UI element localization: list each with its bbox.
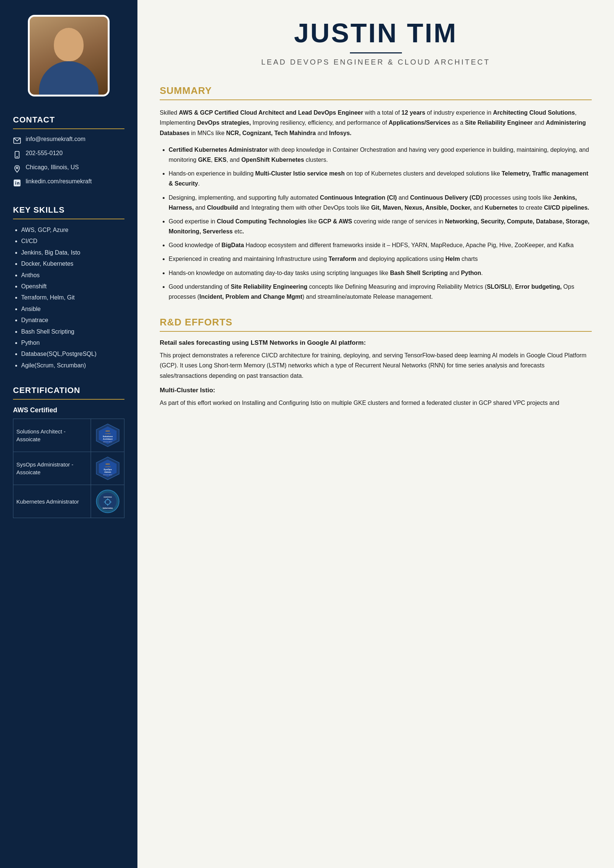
summary-section: SUMMARY Skilled AWS & GCP Certified Clou… bbox=[160, 85, 592, 302]
aws-sa-badge-icon: aws certified Solutions Architect ASSOCI… bbox=[95, 423, 120, 448]
cert-name-sysops: SysOps Administrator - Assoicate bbox=[13, 452, 91, 485]
email-icon bbox=[13, 136, 21, 145]
skill-item: AWS, GCP, Azure bbox=[21, 226, 124, 234]
certification-section: CERTIFICATION AWS Certified Solutions Ar… bbox=[0, 386, 137, 518]
skills-section: KEY SKILLS AWS, GCP, Azure CI/CD Jenkins… bbox=[0, 205, 137, 373]
bullet-7: Hands-on knowledge on automating day-to-… bbox=[169, 268, 592, 278]
svg-text:Solutions: Solutions bbox=[103, 435, 113, 437]
summary-bullets: Certified Kubernetes Administrator with … bbox=[160, 145, 592, 302]
skill-item: Jenkins, Big Data, Isto bbox=[21, 249, 124, 257]
skill-item: Bash Shell Scripting bbox=[21, 328, 124, 336]
cert-name-k8s: Kubernetes Administrator bbox=[13, 485, 91, 518]
bullet-3: Designing, implementing, and supporting … bbox=[169, 192, 592, 212]
linkedin-text: linkedin.com/resumekraft bbox=[26, 178, 92, 185]
svg-rect-4 bbox=[14, 180, 20, 186]
skill-item: Ansible bbox=[21, 305, 124, 313]
skill-item: Dynatrace bbox=[21, 316, 124, 324]
skills-title: KEY SKILLS bbox=[13, 205, 124, 219]
cert-subtitle: AWS Certified bbox=[13, 406, 124, 414]
svg-text:aws: aws bbox=[106, 463, 110, 465]
cert-row-sa: Solutions Architect - Assoicate aws cert… bbox=[13, 419, 124, 452]
contact-email: info@resumekraft.com bbox=[13, 136, 124, 145]
skill-item: Agile(Scrum, Scrumban) bbox=[21, 361, 124, 370]
cert-title: CERTIFICATION bbox=[13, 386, 124, 400]
rd-subtitle-1: Retail sales forecasting using LSTM Netw… bbox=[160, 339, 592, 347]
skill-item: Docker, Kubernetes bbox=[21, 260, 124, 268]
main-content: JUSTIN TIM LEAD DEVOPS ENGINEER & CLOUD … bbox=[137, 0, 614, 868]
svg-point-3 bbox=[16, 167, 18, 169]
skill-item: Terraform, Helm, Git bbox=[21, 293, 124, 302]
rd-section: R&D EFFORTS Retail sales forecasting usi… bbox=[160, 316, 592, 408]
summary-intro: Skilled AWS & GCP Certified Cloud Archit… bbox=[160, 108, 592, 138]
linkedin-icon bbox=[13, 179, 21, 187]
bullet-1: Certified Kubernetes Administrator with … bbox=[169, 145, 592, 165]
email-text: info@resumekraft.com bbox=[26, 136, 85, 143]
skill-item: Anthos bbox=[21, 271, 124, 279]
cert-name-sa: Solutions Architect - Assoicate bbox=[13, 419, 91, 452]
svg-text:ASSOCIATE: ASSOCIATE bbox=[103, 441, 112, 443]
cert-table: Solutions Architect - Assoicate aws cert… bbox=[13, 418, 124, 518]
contact-phone: 202-555-0120 bbox=[13, 150, 124, 159]
bullet-2: Hands-on experience in building Multi-Cl… bbox=[169, 169, 592, 189]
rd-subtitle-2: Multi-Cluster Istio: bbox=[160, 387, 592, 394]
bullet-8: Good understanding of Site Reliability E… bbox=[169, 282, 592, 302]
resume-header: JUSTIN TIM LEAD DEVOPS ENGINEER & CLOUD … bbox=[160, 19, 592, 81]
skill-item: Python bbox=[21, 339, 124, 347]
aws-sysops-badge-icon: aws certified SysOps Admin ASSOCIATE bbox=[95, 456, 120, 481]
svg-text:aws: aws bbox=[106, 430, 110, 432]
contact-section: CONTACT info@resumekraft.com 202-555-012… bbox=[0, 115, 137, 192]
rd-title: R&D EFFORTS bbox=[160, 316, 592, 332]
rd-text-2: As part of this effort worked on Install… bbox=[160, 398, 592, 408]
resume-name: JUSTIN TIM bbox=[160, 19, 592, 48]
avatar-image bbox=[30, 17, 108, 95]
contact-title: CONTACT bbox=[13, 115, 124, 129]
svg-text:CERTIFIED: CERTIFIED bbox=[103, 496, 112, 498]
bullet-4: Good expertise in Cloud Computing Techno… bbox=[169, 216, 592, 236]
skill-item: Openshift bbox=[21, 282, 124, 291]
k8s-badge-icon: CERTIFIED kubernetes bbox=[95, 489, 120, 514]
skill-item: CI/CD bbox=[21, 237, 124, 245]
cert-row-sysops: SysOps Administrator - Assoicate aws cer… bbox=[13, 452, 124, 485]
cert-badge-sa: aws certified Solutions Architect ASSOCI… bbox=[91, 419, 124, 452]
avatar bbox=[28, 15, 110, 96]
contact-location: Chicago, Illinois, US bbox=[13, 164, 124, 173]
svg-text:kubernetes: kubernetes bbox=[103, 507, 113, 509]
cert-row-k8s: Kubernetes Administrator CERTIFIED kuber… bbox=[13, 485, 124, 518]
resume-title: LEAD DEVOPS ENGINEER & CLOUD ARCHITECT bbox=[160, 58, 592, 67]
svg-text:certified: certified bbox=[105, 433, 111, 434]
svg-text:certified: certified bbox=[105, 466, 111, 468]
skills-list: AWS, GCP, Azure CI/CD Jenkins, Big Data,… bbox=[13, 226, 124, 370]
summary-title: SUMMARY bbox=[160, 85, 592, 100]
phone-icon bbox=[13, 151, 21, 159]
sidebar: CONTACT info@resumekraft.com 202-555-012… bbox=[0, 0, 137, 868]
header-divider bbox=[350, 52, 402, 53]
svg-point-2 bbox=[17, 157, 17, 157]
bullet-6: Experienced in creating and maintaining … bbox=[169, 254, 592, 264]
svg-text:Admin: Admin bbox=[104, 471, 111, 473]
bullet-5: Good knowledge of BigData Hadoop ecosyst… bbox=[169, 240, 592, 250]
phone-text: 202-555-0120 bbox=[26, 150, 63, 157]
location-icon bbox=[13, 165, 21, 173]
location-text: Chicago, Illinois, US bbox=[26, 164, 79, 171]
skill-item: Database(SQL,PostgreSQL) bbox=[21, 350, 124, 358]
svg-text:Architect: Architect bbox=[103, 438, 113, 440]
svg-text:SysOps: SysOps bbox=[103, 468, 112, 471]
contact-linkedin: linkedin.com/resumekraft bbox=[13, 178, 124, 187]
cert-badge-k8s: CERTIFIED kubernetes bbox=[91, 485, 124, 518]
svg-text:ASSOCIATE: ASSOCIATE bbox=[103, 474, 112, 476]
cert-badge-sysops: aws certified SysOps Admin ASSOCIATE bbox=[91, 452, 124, 485]
rd-text-1: This project demonstrates a reference CI… bbox=[160, 350, 592, 381]
